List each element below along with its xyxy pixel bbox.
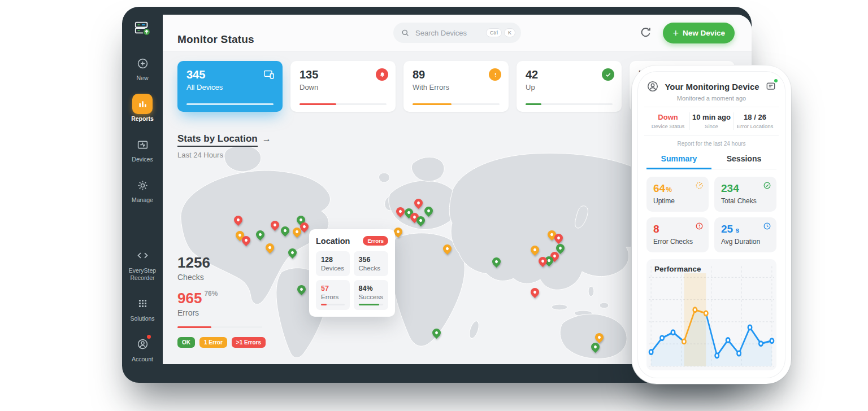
app-logo[interactable] — [134, 19, 151, 36]
sidebar-item-devices[interactable]: Devices — [122, 134, 163, 163]
map-pin[interactable] — [529, 244, 541, 256]
map-pin[interactable] — [296, 283, 307, 295]
progress-fill — [413, 103, 452, 105]
tooltip-tile-devices: 128 Devices — [316, 251, 350, 276]
check-circle-icon — [763, 181, 771, 190]
top-bar: Monitor Status Ctrl K + New Device — [163, 15, 752, 51]
alert-bell-icon — [376, 68, 388, 81]
new-device-label: New Device — [683, 29, 725, 37]
tile-error-checks: 8 Error Checks — [646, 217, 709, 252]
stat-card-down[interactable]: 135 Down — [290, 61, 396, 112]
device-panel-screen: Your Monitoring Device Monitored a momen… — [637, 71, 785, 378]
stat-label: Device Status — [648, 123, 688, 129]
map-pin[interactable] — [279, 225, 291, 237]
progress-track — [526, 103, 613, 105]
user-circle-icon — [132, 334, 153, 355]
search-box[interactable]: Ctrl K — [393, 23, 521, 43]
tooltip-value: 128 — [321, 256, 345, 264]
performance-chart — [646, 259, 776, 370]
tile-label: Total Cheks — [721, 197, 770, 205]
warning-icon — [489, 68, 501, 81]
map-pin[interactable] — [593, 331, 605, 343]
stat-value: 135 — [300, 68, 387, 81]
report-tabs: Summary Sessions — [646, 150, 776, 169]
shortcut-key-ctrl: Ctrl — [486, 28, 502, 37]
map-pin[interactable] — [491, 256, 502, 268]
progress-fill — [186, 103, 274, 105]
map-pin[interactable] — [264, 242, 276, 253]
divider — [644, 135, 779, 135]
code-icon — [132, 246, 153, 266]
progress-track — [300, 103, 387, 105]
summary-tiles: 64% Uptime 234 Total Cheks 8 Error Check… — [646, 177, 776, 252]
legend-1-error-badge: 1 Error — [199, 337, 227, 348]
page-title: Monitor Status — [177, 33, 254, 46]
map-pin[interactable] — [441, 243, 453, 255]
stat-card-with-errors[interactable]: 89 With Errors — [403, 61, 509, 112]
tooltip-tile-success: 84% Success — [354, 280, 388, 310]
map-pin[interactable] — [232, 214, 244, 226]
tile-label: Uptime — [653, 197, 702, 205]
stat-value: 345 — [186, 68, 274, 81]
sidebar-item-account[interactable]: Account — [122, 334, 163, 363]
map-pin[interactable] — [423, 205, 435, 217]
sidebar-item-label: New — [136, 75, 148, 82]
sidebar-item-new[interactable]: New — [122, 53, 163, 82]
monitoring-device-panel: Your Monitoring Device Monitored a momen… — [632, 65, 791, 384]
new-device-button[interactable]: + New Device — [663, 23, 735, 43]
device-stats-row: Down Device Status 10 min ago Since 18 /… — [646, 112, 776, 130]
stats-by-location-link[interactable]: Stats by Location — [177, 133, 258, 147]
stat-value: 42 — [526, 68, 613, 81]
tab-sessions[interactable]: Sessions — [711, 150, 776, 169]
server-upload-icon — [134, 19, 151, 36]
grid-dots-icon — [132, 294, 153, 314]
device-stat-since: 10 min ago Since — [689, 112, 733, 130]
performance-card: Performance — [646, 259, 776, 370]
sidebar-item-reports[interactable]: Reports — [122, 94, 163, 123]
tooltip-tile-errors: 57 Errors — [316, 280, 350, 310]
device-panel-title: Your Monitoring Device — [665, 82, 759, 91]
progress-track — [186, 103, 274, 105]
errors-badge: Errors — [363, 236, 388, 246]
progress-fill — [300, 103, 336, 105]
map-pin[interactable] — [269, 219, 281, 231]
sidebar-item-label: Reports — [131, 115, 154, 123]
map-pin[interactable] — [287, 247, 298, 259]
map-pin[interactable] — [529, 286, 541, 298]
map-pin[interactable] — [254, 229, 266, 241]
report-note: Report for the last 24 hours — [646, 141, 776, 147]
sidebar-item-label: Account — [132, 356, 153, 363]
errors-percent: 76% — [204, 290, 218, 298]
refresh-button[interactable] — [639, 26, 652, 39]
sidebar-item-everystep-recorder[interactable]: EveryStep Recorder — [122, 246, 163, 282]
shortcut-key-k: K — [504, 28, 515, 37]
bar-chart-icon — [132, 94, 153, 114]
gauge-icon — [695, 181, 704, 190]
sidebar-item-solutions[interactable]: Solutions — [122, 294, 163, 322]
location-tooltip: Location Errors 128 Devices 356 Checks 5… — [309, 229, 395, 317]
sidebar-item-manage[interactable]: Manage — [122, 175, 163, 204]
stat-card-up[interactable]: 42 Up — [517, 61, 622, 112]
tooltip-label: Errors — [321, 294, 345, 300]
errors-value: 965 — [177, 290, 202, 307]
tile-value: 234 — [721, 182, 739, 194]
map-pin[interactable] — [431, 327, 442, 339]
device-stat-error-locations: 18 / 26 Error Locations — [733, 112, 776, 130]
refresh-icon — [639, 26, 652, 39]
tooltip-label: Checks — [359, 265, 383, 272]
map-pin[interactable] — [413, 197, 424, 209]
sidebar-nav: New Reports Devices Manage EveryStep Re — [122, 53, 163, 375]
stats-by-location-header: Stats by Location→ Last 24 Hours — [177, 133, 271, 159]
message-icon[interactable] — [765, 81, 776, 92]
plus-circle-icon — [132, 53, 153, 73]
tile-uptime: 64% Uptime — [646, 177, 709, 212]
sidebar: New Reports Devices Manage EveryStep Re — [122, 7, 163, 383]
tile-suffix: % — [666, 186, 672, 194]
stat-card-all-devices[interactable]: 345 All Devices — [177, 61, 283, 112]
tooltip-tile-checks: 356 Checks — [354, 251, 388, 276]
device-panel-subtitle: Monitored a moment ago — [646, 95, 776, 102]
search-input[interactable] — [414, 28, 484, 38]
sidebar-item-label: Solutions — [130, 315, 154, 322]
tab-summary[interactable]: Summary — [646, 150, 711, 169]
stat-label: Error Locations — [735, 123, 775, 129]
